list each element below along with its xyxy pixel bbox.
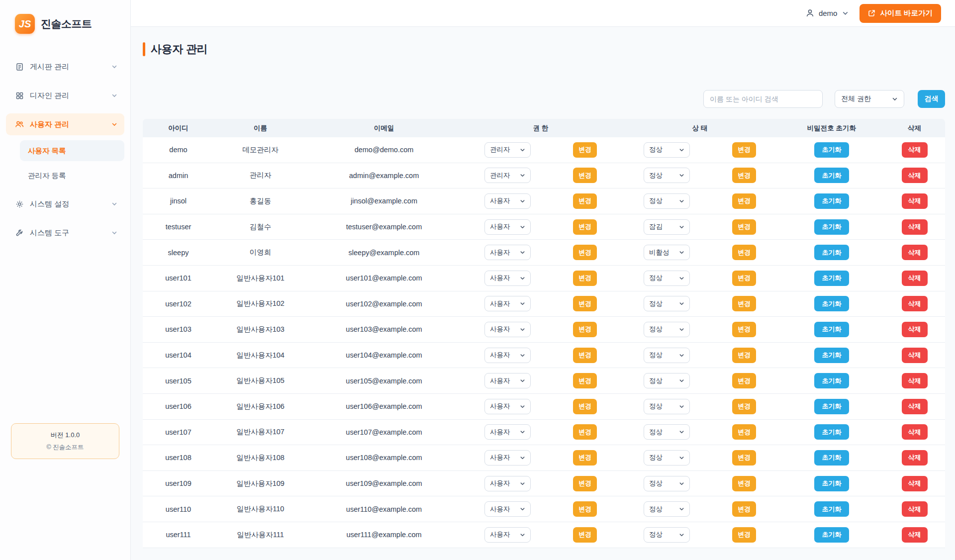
status-change-button[interactable]: 변경 <box>732 424 756 440</box>
role-select[interactable]: 사용자 <box>484 450 531 466</box>
role-change-button[interactable]: 변경 <box>573 527 597 543</box>
search-button[interactable]: 검색 <box>918 90 945 108</box>
sidebar-item-system-tools[interactable]: 시스템 도구 <box>6 222 124 244</box>
role-change-button[interactable]: 변경 <box>573 399 597 414</box>
status-change-button[interactable]: 변경 <box>732 168 756 183</box>
role-change-button[interactable]: 변경 <box>573 296 597 311</box>
role-select[interactable]: 사용자 <box>484 322 531 337</box>
delete-button[interactable]: 삭제 <box>902 373 928 388</box>
brand-logo[interactable]: JS 진솔소프트 <box>6 13 124 35</box>
role-select[interactable]: 사용자 <box>484 296 531 311</box>
status-select[interactable]: 정상 <box>644 271 690 286</box>
role-change-button[interactable]: 변경 <box>573 322 597 337</box>
role-select[interactable]: 사용자 <box>484 245 531 260</box>
status-select[interactable]: 정상 <box>644 348 690 363</box>
password-reset-button[interactable]: 초기화 <box>814 527 849 543</box>
password-reset-button[interactable]: 초기화 <box>814 424 849 440</box>
delete-button[interactable]: 삭제 <box>902 527 928 543</box>
password-reset-button[interactable]: 초기화 <box>814 450 849 466</box>
role-change-button[interactable]: 변경 <box>573 501 597 517</box>
delete-button[interactable]: 삭제 <box>902 476 928 491</box>
role-change-button[interactable]: 변경 <box>573 193 597 209</box>
status-select[interactable]: 정상 <box>644 399 690 414</box>
delete-button[interactable]: 삭제 <box>902 322 928 337</box>
delete-button[interactable]: 삭제 <box>902 219 928 235</box>
password-reset-button[interactable]: 초기화 <box>814 296 849 311</box>
password-reset-button[interactable]: 초기화 <box>814 168 849 183</box>
status-select[interactable]: 정상 <box>644 527 690 543</box>
delete-button[interactable]: 삭제 <box>902 193 928 209</box>
password-reset-button[interactable]: 초기화 <box>814 373 849 388</box>
delete-button[interactable]: 삭제 <box>902 399 928 414</box>
status-select[interactable]: 정상 <box>644 373 690 388</box>
delete-button[interactable]: 삭제 <box>902 450 928 466</box>
account-menu[interactable]: demo <box>805 8 849 18</box>
status-select[interactable]: 정상 <box>644 424 690 440</box>
delete-button[interactable]: 삭제 <box>902 296 928 311</box>
status-change-button[interactable]: 변경 <box>732 322 756 337</box>
role-select[interactable]: 사용자 <box>484 527 531 543</box>
password-reset-button[interactable]: 초기화 <box>814 322 849 337</box>
sidebar-item-design[interactable]: 디자인 관리 <box>6 85 124 106</box>
status-change-button[interactable]: 변경 <box>732 219 756 235</box>
password-reset-button[interactable]: 초기화 <box>814 399 849 414</box>
status-select[interactable]: 정상 <box>644 501 690 517</box>
role-select[interactable]: 사용자 <box>484 219 531 235</box>
status-change-button[interactable]: 변경 <box>732 348 756 363</box>
delete-button[interactable]: 삭제 <box>902 501 928 517</box>
goto-site-button[interactable]: 사이트 바로가기 <box>860 4 941 23</box>
role-select[interactable]: 사용자 <box>484 476 531 491</box>
status-select[interactable]: 비활성 <box>644 245 690 260</box>
status-change-button[interactable]: 변경 <box>732 296 756 311</box>
role-change-button[interactable]: 변경 <box>573 168 597 183</box>
status-select[interactable]: 정상 <box>644 322 690 337</box>
password-reset-button[interactable]: 초기화 <box>814 476 849 491</box>
password-reset-button[interactable]: 초기화 <box>814 501 849 517</box>
sidebar-item-users[interactable]: 사용자 관리 <box>6 113 124 135</box>
status-select[interactable]: 정상 <box>644 193 690 209</box>
password-reset-button[interactable]: 초기화 <box>814 142 849 158</box>
role-select[interactable]: 사용자 <box>484 271 531 286</box>
sidebar-item-system-settings[interactable]: 시스템 설정 <box>6 193 124 215</box>
role-change-button[interactable]: 변경 <box>573 219 597 235</box>
status-change-button[interactable]: 변경 <box>732 373 756 388</box>
role-select[interactable]: 사용자 <box>484 373 531 388</box>
role-change-button[interactable]: 변경 <box>573 271 597 286</box>
status-change-button[interactable]: 변경 <box>732 501 756 517</box>
sidebar-subitem-user-list[interactable]: 사용자 목록 <box>20 140 124 161</box>
role-select[interactable]: 사용자 <box>484 424 531 440</box>
status-select[interactable]: 잠김 <box>644 219 690 235</box>
delete-button[interactable]: 삭제 <box>902 271 928 286</box>
delete-button[interactable]: 삭제 <box>902 168 928 183</box>
password-reset-button[interactable]: 초기화 <box>814 245 849 260</box>
role-select[interactable]: 사용자 <box>484 348 531 363</box>
status-select[interactable]: 정상 <box>644 450 690 466</box>
role-select[interactable]: 관리자 <box>484 168 531 183</box>
status-select[interactable]: 정상 <box>644 296 690 311</box>
status-change-button[interactable]: 변경 <box>732 271 756 286</box>
role-filter-select[interactable]: 전체 권한 <box>835 90 904 108</box>
status-change-button[interactable]: 변경 <box>732 450 756 466</box>
role-change-button[interactable]: 변경 <box>573 373 597 388</box>
role-select[interactable]: 관리자 <box>484 142 531 158</box>
sidebar-item-board[interactable]: 게시판 관리 <box>6 56 124 78</box>
role-change-button[interactable]: 변경 <box>573 476 597 491</box>
status-change-button[interactable]: 변경 <box>732 245 756 260</box>
role-select[interactable]: 사용자 <box>484 501 531 517</box>
sidebar-subitem-admin-register[interactable]: 관리자 등록 <box>20 165 124 186</box>
status-change-button[interactable]: 변경 <box>732 142 756 158</box>
role-select[interactable]: 사용자 <box>484 399 531 414</box>
search-input[interactable] <box>703 90 823 108</box>
status-select[interactable]: 정상 <box>644 168 690 183</box>
delete-button[interactable]: 삭제 <box>902 348 928 363</box>
delete-button[interactable]: 삭제 <box>902 245 928 260</box>
status-change-button[interactable]: 변경 <box>732 193 756 209</box>
role-select[interactable]: 사용자 <box>484 193 531 209</box>
status-change-button[interactable]: 변경 <box>732 399 756 414</box>
role-change-button[interactable]: 변경 <box>573 348 597 363</box>
delete-button[interactable]: 삭제 <box>902 424 928 440</box>
role-change-button[interactable]: 변경 <box>573 424 597 440</box>
status-select[interactable]: 정상 <box>644 476 690 491</box>
status-select[interactable]: 정상 <box>644 142 690 158</box>
role-change-button[interactable]: 변경 <box>573 142 597 158</box>
